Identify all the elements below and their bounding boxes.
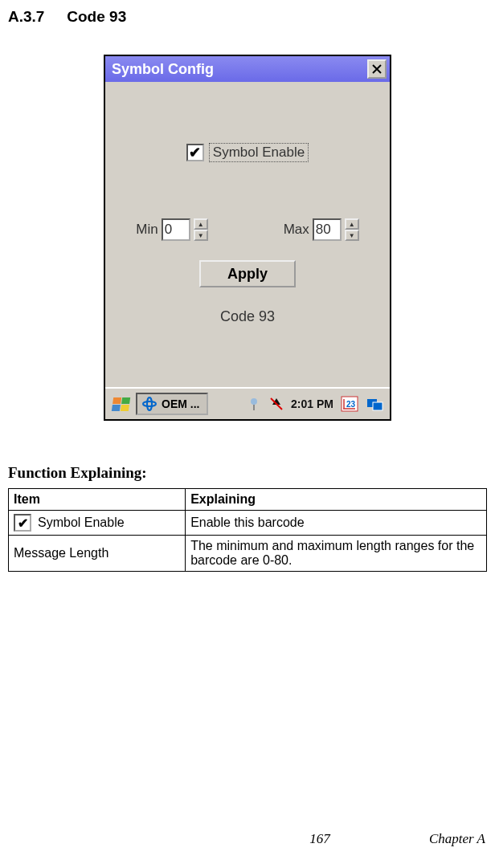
section-title: Code 93 (67, 8, 126, 25)
section-heading: A.3.7 Code 93 (8, 8, 487, 26)
table-row: ✔ Symbol Enable Enable this barcode (9, 511, 487, 536)
max-spinner: ▲ ▼ (345, 218, 359, 241)
sip-icon[interactable]: 23 (340, 395, 359, 413)
min-down-button[interactable]: ▼ (194, 230, 208, 241)
dialog-body: ✔ Symbol Enable Min 0 ▲ ▼ Max 80 ▲ (105, 82, 390, 387)
cell-item: ✔ Symbol Enable (9, 511, 186, 536)
section-number: A.3.7 (8, 8, 63, 26)
disabled-icon[interactable] (268, 396, 284, 412)
windows-flag-icon (111, 397, 129, 411)
cell-explaining: Enable this barcode (186, 511, 487, 536)
dialog-window: Symbol Config ✔ Symbol Enable Min 0 ▲ ▼ (104, 55, 391, 421)
clock: 2:01 PM (291, 397, 333, 410)
code-label: Code 93 (105, 308, 390, 325)
app-icon (142, 397, 157, 411)
svg-point-0 (143, 401, 156, 406)
symbol-enable-checkbox[interactable]: ✔ (186, 144, 204, 161)
cell-item: Message Length (9, 536, 186, 572)
system-tray: 2:01 PM 23 (246, 395, 385, 413)
page-number: 167 (309, 831, 330, 847)
table-row: Message Length The minimum and maximum l… (9, 536, 487, 572)
desktop-icon[interactable] (366, 395, 385, 413)
apply-button[interactable]: Apply (199, 260, 296, 287)
max-label: Max (284, 222, 309, 238)
symbol-enable-row: ✔ Symbol Enable (105, 143, 390, 162)
chapter-label: Chapter A (429, 831, 485, 847)
svg-point-1 (147, 397, 152, 410)
explaining-table: Item Explaining ✔ Symbol Enable Enable t… (8, 488, 487, 572)
header-item: Item (9, 489, 186, 511)
max-input[interactable]: 80 (313, 218, 342, 241)
max-value: 80 (316, 222, 331, 238)
svg-rect-6 (373, 402, 382, 410)
min-group: Min 0 ▲ ▼ (136, 218, 207, 241)
min-input[interactable]: 0 (162, 218, 190, 241)
taskbar-app-button[interactable]: OEM ... (136, 393, 208, 415)
titlebar: Symbol Config (105, 56, 390, 82)
screenshot-container: Symbol Config ✔ Symbol Enable Min 0 ▲ ▼ (8, 55, 487, 421)
start-button[interactable] (110, 393, 131, 414)
max-up-button[interactable]: ▲ (345, 218, 359, 230)
min-max-row: Min 0 ▲ ▼ Max 80 ▲ ▼ (105, 218, 390, 241)
min-label: Min (136, 222, 158, 238)
svg-point-2 (251, 398, 257, 405)
window-title: Symbol Config (112, 61, 367, 78)
header-explaining: Explaining (186, 489, 487, 511)
close-icon (372, 64, 382, 74)
min-value: 0 (165, 222, 172, 238)
function-explaining-heading: Function Explaining: (8, 464, 487, 482)
max-down-button[interactable]: ▼ (345, 230, 359, 241)
svg-text:23: 23 (346, 400, 356, 409)
max-group: Max 80 ▲ ▼ (284, 218, 359, 241)
symbol-enable-label: Symbol Enable (209, 143, 309, 162)
close-button[interactable] (367, 59, 387, 79)
connection-icon[interactable] (246, 396, 262, 412)
page-footer: 167 Chapter A (0, 831, 495, 847)
cell-explaining: The minimum and maximum length ranges fo… (186, 536, 487, 572)
taskbar-app-label: OEM ... (162, 397, 199, 410)
taskbar: OEM ... 2:01 PM 23 (105, 387, 390, 419)
checkbox-icon: ✔ (14, 514, 31, 532)
item-label: Symbol Enable (38, 516, 125, 530)
table-header-row: Item Explaining (9, 489, 487, 511)
min-up-button[interactable]: ▲ (194, 218, 208, 230)
min-spinner: ▲ ▼ (194, 218, 208, 241)
